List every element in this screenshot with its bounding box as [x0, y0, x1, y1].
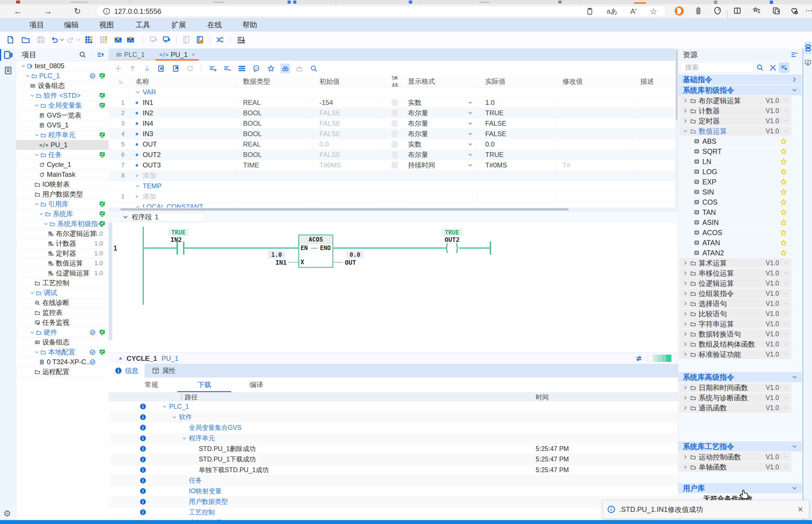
retain-checkbox[interactable]	[392, 141, 398, 147]
chevron-down-icon[interactable]	[172, 415, 177, 420]
toast-close-icon[interactable]	[797, 506, 804, 513]
ladder-editor[interactable]: 1 TRUE IN2 ACOS EN ENO X 1.0 IN1 0.0 OUT…	[109, 223, 678, 341]
project-search-icon[interactable]	[79, 51, 86, 58]
chevron-right-icon[interactable]	[683, 395, 688, 400]
resources-folder-位逻辑运算[interactable]: 位逻辑运算V1.0	[679, 278, 792, 288]
cell-display-format[interactable]: 布尔量	[401, 150, 478, 160]
contact-label[interactable]: IN2	[170, 236, 182, 243]
resources-folder-数据转换语句[interactable]: 数据转换语句V1.0	[679, 329, 792, 339]
favorite-star-icon[interactable]	[780, 148, 787, 155]
undo-arrow-icon[interactable]	[58, 35, 66, 44]
tree-item-gvs_1[interactable]: GVS_1	[16, 120, 109, 130]
tree-item--[interactable]: 位逻辑运算1.0	[16, 268, 109, 278]
delete-network-icon[interactable]	[223, 64, 232, 73]
tree-item-pu_1[interactable]: </>PU_1	[16, 140, 109, 150]
add-label[interactable]: 添加	[143, 192, 156, 201]
resources-section-系统库初级指令[interactable]: 系统库初级指令	[678, 85, 802, 95]
read-aloud-icon[interactable]: Aʹ	[630, 7, 637, 16]
section-title-box[interactable]: 程序段 1	[129, 213, 205, 221]
tree-item--[interactable]: 远程配置	[16, 367, 109, 377]
chevron-down-icon[interactable]	[783, 322, 788, 326]
browser-reload-icon[interactable]: ↻	[74, 5, 81, 18]
health-check-icon[interactable]	[790, 6, 798, 15]
resources-section-系统库高级指令[interactable]: 系统库高级指令	[678, 372, 802, 382]
chevron-right-icon[interactable]	[683, 332, 688, 336]
add-variable-row[interactable]: 1添加	[109, 191, 678, 202]
list-view-icon[interactable]	[237, 64, 247, 73]
redo-arrow-icon[interactable]	[74, 35, 83, 44]
tree-item--[interactable]: 硬件	[16, 328, 109, 338]
browser-url-field[interactable]: 127.0.0.1:5556 aあ Aʹ ☆	[96, 6, 666, 17]
clipboard-icon[interactable]	[586, 7, 594, 15]
tree-item--[interactable]: 用户数据类型	[16, 190, 109, 199]
chevron-right-icon[interactable]	[683, 291, 688, 296]
tree-item--[interactable]: 计数器1.0	[16, 239, 109, 249]
chevron-down-icon[interactable]	[783, 406, 788, 410]
log-row[interactable]: 用户数据类型	[109, 497, 678, 507]
chevron-right-icon[interactable]	[683, 119, 688, 123]
group-row-var[interactable]: VAR	[109, 87, 678, 98]
import-icon[interactable]	[156, 64, 166, 73]
browser-forward-icon[interactable]: →	[44, 5, 52, 18]
log-row[interactable]: 程序单元	[109, 433, 678, 444]
cell-display-format[interactable]: 布尔量	[401, 118, 478, 129]
log-row[interactable]: 单独下载STD.PU_1成功5:25:47 PM	[109, 465, 678, 476]
chevron-down-icon[interactable]	[783, 119, 788, 123]
settings-gear-icon[interactable]: ⚙	[3, 508, 11, 518]
chevron-right-icon[interactable]	[683, 98, 688, 103]
add-variable-icon[interactable]	[113, 64, 123, 73]
resources-folder-比较语句[interactable]: 比较语句V1.0	[679, 309, 792, 318]
chevron-down-icon[interactable]	[783, 261, 788, 265]
chevron-right-icon[interactable]	[683, 281, 688, 285]
tab-plc_1[interactable]: PLC_1	[112, 48, 155, 61]
favorite-icon[interactable]	[266, 64, 276, 73]
refresh-icon[interactable]	[185, 64, 195, 73]
chevron-down-icon[interactable]	[783, 109, 788, 113]
chevron-down-icon[interactable]	[468, 100, 473, 105]
variable-row-in1[interactable]: 1IN1REAL-154实数1.0	[109, 98, 678, 108]
collapse-panel-icon[interactable]	[118, 356, 123, 361]
find-icon[interactable]	[309, 64, 319, 73]
cell-modify-value[interactable]	[555, 150, 633, 160]
tree-item-cycle_1[interactable]: Cycle_1	[16, 160, 109, 170]
chevron-right-icon[interactable]	[683, 322, 688, 326]
sync-values-icon[interactable]	[635, 355, 643, 362]
tree-item--[interactable]: 监控表	[16, 308, 109, 318]
tree-item--[interactable]: 数值运算1.0	[16, 259, 109, 268]
tree-item--[interactable]: 全局变量集	[16, 101, 109, 111]
tree-item-gvs-[interactable]: GVS一览表	[16, 111, 109, 120]
resources-folder-数值运算[interactable]: 数值运算V1.0	[679, 126, 792, 136]
retain-checkbox[interactable]	[392, 120, 398, 127]
dock-windows-icon[interactable]	[804, 42, 812, 54]
retain-checkbox[interactable]	[392, 152, 398, 158]
favorite-star-icon[interactable]	[780, 239, 787, 246]
chevron-down-icon[interactable]	[30, 330, 34, 334]
tab-pu_1[interactable]: </>PU_1×	[155, 48, 199, 61]
variable-row-out[interactable]: 5OUTREAL0.0实数0.0	[109, 139, 678, 150]
chevron-right-icon[interactable]	[683, 385, 688, 390]
chevron-down-icon[interactable]	[135, 90, 140, 95]
chevron-down-icon[interactable]	[468, 142, 473, 147]
function-item-ln[interactable]: LN	[679, 157, 792, 166]
filter-favorites-button[interactable]	[779, 62, 790, 73]
log-row[interactable]: IO映射变量	[109, 486, 678, 497]
log-link[interactable]: 全局变量集合GVS	[189, 423, 242, 432]
cell-display-format[interactable]: 实数	[401, 139, 478, 149]
download-unit-icon[interactable]	[295, 64, 304, 73]
resources-folder-选择语句[interactable]: 选择语句V1.0	[679, 299, 792, 308]
favorite-star-icon[interactable]	[780, 229, 787, 236]
site-info-icon[interactable]	[103, 7, 110, 15]
browser-back-icon[interactable]: ←	[14, 5, 22, 18]
chevron-down-icon[interactable]	[44, 222, 48, 226]
chevron-down-icon[interactable]	[783, 352, 788, 357]
table-horizontal-scrollbar[interactable]	[109, 208, 678, 211]
variable-row-out2[interactable]: 6OUT2BOOLFALSE布尔量TRUE	[109, 150, 678, 160]
cell-display-format[interactable]: 持续时间	[401, 160, 478, 170]
chevron-down-icon[interactable]	[792, 374, 797, 380]
resources-folder-通讯函数[interactable]: 通讯函数V1.0	[679, 403, 792, 413]
resources-sort-icon[interactable]	[791, 51, 798, 58]
cell-modify-value[interactable]: T#	[555, 160, 633, 170]
chevron-down-icon[interactable]	[783, 395, 788, 400]
card-offline-icon[interactable]	[182, 35, 191, 44]
favorite-star-icon[interactable]	[780, 158, 787, 165]
